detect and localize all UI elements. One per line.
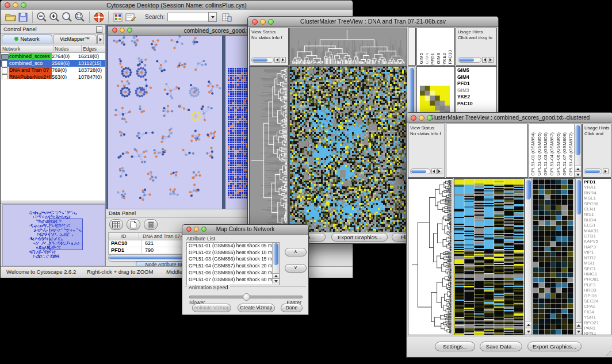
heatmap-canvas[interactable] — [290, 67, 407, 232]
scrollbar-thumb[interactable] — [411, 170, 426, 173]
resize-grip-icon[interactable] — [605, 350, 612, 357]
vscrollbar-thumb[interactable] — [526, 180, 531, 200]
gene-label[interactable]: MAK31 — [584, 228, 610, 233]
animate-vizmap-button[interactable]: Animate Vizmap — [192, 304, 231, 312]
gene-label[interactable]: MSI1 — [584, 260, 610, 266]
scroll-right-button[interactable] — [437, 168, 442, 174]
settings-button[interactable]: Settings... — [435, 342, 475, 351]
scroll-down-button[interactable] — [575, 171, 581, 177]
attribute-listbox[interactable]: GPL51-01 (GSM854) heat shock 05 minGPL51… — [186, 242, 280, 285]
scroll-left-button[interactable] — [482, 57, 488, 63]
network-overview-canvas[interactable] — [2, 204, 105, 266]
scrollbar-track[interactable] — [410, 168, 431, 174]
gene-label[interactable]: VIP1 — [584, 250, 610, 255]
zoom-button[interactable] — [21, 2, 26, 8]
gene-label[interactable]: HMG1 — [584, 271, 610, 277]
gene-label[interactable]: HRD3 — [584, 288, 610, 293]
column-label[interactable]: GPL51-07 (GSM868) — [562, 132, 567, 176]
similarity-matrix-canvas[interactable] — [420, 86, 450, 116]
scroll-down-button[interactable] — [576, 328, 582, 335]
scroll-right-button[interactable] — [281, 57, 286, 63]
gene-label[interactable]: GTB1 — [584, 233, 610, 239]
gene-label[interactable]: RPN1 — [584, 331, 610, 335]
gene-label[interactable]: GIM5 — [457, 67, 495, 74]
attribute-list-item[interactable]: GPL51-07 (GSM868) heat shock 60 min — [187, 277, 272, 283]
select-attributes-button[interactable] — [109, 219, 123, 230]
table-import-button[interactable] — [220, 11, 233, 24]
column-label[interactable]: GPL51-04 (GSM857) — [549, 132, 554, 176]
gene-label[interactable]: PHO81 — [584, 277, 610, 282]
scrollbar-track[interactable] — [458, 57, 481, 63]
column-label[interactable]: GIM5 — [419, 53, 424, 64]
column-header-nodes[interactable]: Nodes — [53, 45, 82, 52]
attribute-list-scrollbar[interactable] — [272, 243, 279, 283]
scrollbar-track[interactable] — [251, 57, 274, 63]
gene-label[interactable]: FIG4 — [584, 309, 610, 315]
zoom-button[interactable] — [127, 28, 132, 33]
gene-label[interactable]: NIS1 — [584, 212, 610, 217]
treeview2-heatmap-pane[interactable] — [454, 178, 525, 335]
gene-label[interactable]: BUD4 — [584, 217, 610, 223]
tab-overflow-button[interactable] — [97, 35, 104, 44]
attribute-list-item[interactable]: GPL51-04 (GSM857) heat shock 20 min — [187, 263, 272, 270]
zoom-in-button[interactable] — [48, 11, 61, 24]
scroll-left-button[interactable] — [431, 168, 437, 174]
heatmap-canvas[interactable] — [454, 179, 524, 335]
slider-thumb[interactable] — [243, 293, 250, 301]
scrollbar-thumb[interactable] — [585, 170, 600, 173]
minimize-button[interactable] — [419, 115, 424, 121]
treeview2-gene-list-pane[interactable]: PFD1YRA1RNR4MSL1SPC98CLN1NIS1BUD4ELG1MAK… — [582, 178, 611, 335]
annotation-button[interactable] — [124, 11, 137, 24]
gene-label[interactable]: RPO21 — [584, 320, 610, 325]
animation-speed-slider[interactable] — [189, 296, 303, 298]
zoom-button[interactable] — [201, 227, 206, 232]
minimize-button[interactable] — [194, 227, 199, 232]
column-header-id[interactable]: ID — [109, 233, 139, 240]
attribute-list-item[interactable]: GPL51-01 (GSM854) heat shock 05 min — [187, 243, 272, 250]
gene-label[interactable]: SEC1 — [584, 266, 610, 271]
export-graphics-button[interactable]: Export Graphics... — [527, 342, 582, 351]
scroll-right-button[interactable] — [488, 57, 494, 63]
gene-label[interactable]: GPI16 — [584, 293, 610, 298]
treeview2-title-bar[interactable]: ClusterMaker TreeView : combined_scores_… — [407, 113, 612, 123]
treeview2-column-labels-pane[interactable]: GPL51-01 (GSM854)GPL51-02 (GSM855)GPL51-… — [529, 124, 582, 178]
gene-label[interactable]: MSL1 — [584, 196, 610, 201]
treeview2-left-dendrogram-pane[interactable] — [408, 178, 453, 335]
scroll-up-button[interactable] — [525, 321, 531, 328]
view-status-scrollbar[interactable] — [251, 56, 286, 63]
gene-label[interactable]: PFD1 — [584, 179, 610, 185]
scroll-up-button[interactable] — [576, 322, 582, 328]
search-combobox[interactable] — [167, 12, 217, 22]
treeview1-left-dendrogram-pane[interactable] — [249, 66, 289, 232]
gene-label[interactable]: PUF3 — [584, 282, 610, 288]
column-label[interactable]: GPL51-06 (GSM865) — [556, 132, 561, 176]
scrollbar-track[interactable] — [584, 168, 602, 174]
attribute-list-item[interactable]: GPL51-03 (GSM856) heat shock 15 min — [187, 256, 272, 263]
gene-label[interactable]: RNR4 — [584, 190, 610, 196]
zoom-selected-button[interactable] — [74, 11, 86, 24]
gene-label[interactable]: YSH1 — [584, 315, 610, 320]
usage-hints-scrollbar[interactable] — [458, 56, 494, 63]
network-tree-row[interactable]: combined_sco2569(6)13112(15) — [1, 60, 105, 67]
scroll-right-button[interactable] — [603, 168, 609, 174]
treeview1-column-labels-pane[interactable]: GIM5GIM4PFD1GIM3YKE2PAC10 — [416, 28, 455, 66]
move-down-button[interactable]: ∨ — [285, 264, 307, 273]
search-input[interactable] — [167, 13, 208, 21]
done-button[interactable]: Done — [281, 304, 303, 312]
zoom-button[interactable] — [427, 115, 433, 121]
scroll-left-button[interactable] — [274, 57, 280, 63]
close-button[interactable] — [252, 19, 258, 25]
usage-hints-scrollbar[interactable] — [584, 168, 610, 174]
save-button[interactable] — [17, 11, 29, 24]
scroll-down-button[interactable] — [273, 278, 279, 283]
column-label[interactable]: PFD1 — [430, 53, 435, 64]
main-title-bar[interactable]: Cytoscape Desktop (Session Name: collins… — [1, 1, 353, 10]
gene-label[interactable]: ELG1 — [584, 223, 610, 228]
vscrollbar-thumb[interactable] — [273, 243, 278, 265]
minimize-button[interactable] — [13, 2, 18, 8]
float-panel-icon[interactable] — [96, 26, 102, 33]
attribute-list-item[interactable]: GPL51-06 (GSM865) heat shock 40 min — [187, 270, 272, 277]
treeview2-vscrollbar[interactable] — [525, 178, 532, 335]
gene-label[interactable]: YRA1 — [584, 185, 610, 190]
open-file-button[interactable] — [4, 11, 17, 24]
